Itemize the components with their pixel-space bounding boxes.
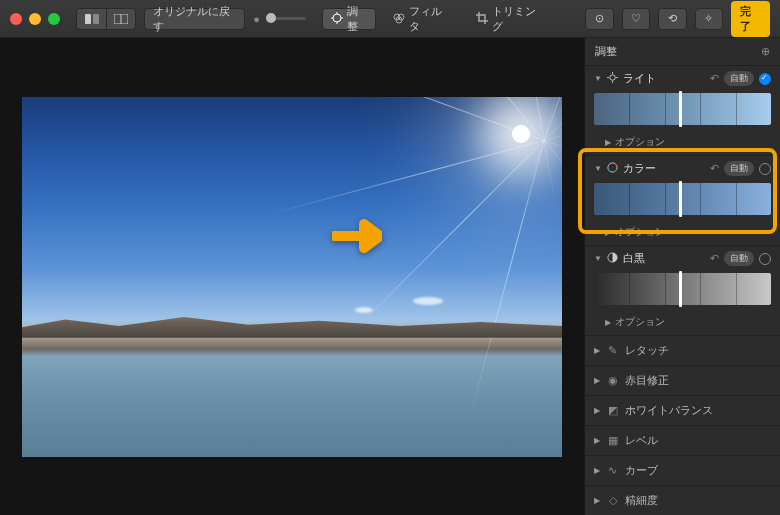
disclosure-triangle-icon: ▼	[594, 164, 602, 173]
sun-icon	[607, 72, 618, 85]
photo-preview[interactable]	[22, 97, 562, 457]
bw-strip-slider[interactable]	[594, 273, 771, 305]
light-strip-slider[interactable]	[594, 93, 771, 125]
svg-point-4	[333, 14, 341, 22]
eye-icon: ◉	[606, 374, 619, 387]
panel-color-toggle[interactable]	[759, 163, 771, 175]
adjust-icon	[331, 12, 343, 26]
close-window[interactable]	[10, 13, 22, 25]
panel-bw-head[interactable]: ▼ 白黒 ↶ 自動	[585, 246, 780, 271]
filter-tab[interactable]: フィルタ	[384, 8, 459, 30]
auto-button-color[interactable]: 自動	[724, 161, 754, 176]
heart-icon: ♡	[631, 12, 641, 25]
disclosure-triangle-icon: ▶	[605, 318, 611, 327]
redeye-label: 赤目修正	[625, 373, 669, 388]
disclosure-triangle-icon: ▶	[594, 436, 600, 445]
bw-icon	[607, 252, 618, 265]
panel-bw-label: 白黒	[623, 251, 705, 266]
wand-icon: ✧	[704, 12, 713, 25]
crop-icon	[476, 12, 488, 26]
color-options-label: オプション	[615, 225, 665, 239]
bw-options-label: オプション	[615, 315, 665, 329]
svg-rect-1	[93, 14, 99, 24]
auto-button-light[interactable]: 自動	[724, 71, 754, 86]
add-adjustment-icon[interactable]: ⊕	[761, 45, 770, 58]
definition-label: 精細度	[625, 493, 658, 508]
more-button[interactable]: ⊙	[585, 8, 614, 30]
adjust-tab[interactable]: 調整	[322, 8, 376, 30]
canvas	[0, 38, 584, 515]
panel-light-toggle[interactable]	[759, 73, 771, 85]
auto-enhance-button[interactable]: ✧	[695, 8, 724, 30]
wb-icon: ◩	[606, 404, 619, 417]
crop-label: トリミング	[492, 4, 543, 34]
minimize-window[interactable]	[29, 13, 41, 25]
svg-rect-0	[85, 14, 91, 24]
undo-icon[interactable]: ↶	[710, 162, 719, 175]
color-options-row[interactable]: ▶ オプション	[585, 221, 780, 245]
revert-original-button[interactable]: オリジナルに戻す	[144, 8, 245, 30]
row-levels[interactable]: ▶ ▦ レベル	[585, 426, 780, 456]
rotate-icon: ⟲	[668, 12, 677, 25]
disclosure-triangle-icon: ▶	[594, 346, 600, 355]
svg-point-12	[610, 75, 616, 81]
bw-options-row[interactable]: ▶ オプション	[585, 311, 780, 335]
disclosure-triangle-icon: ▶	[605, 138, 611, 147]
adjust-label: 調整	[347, 4, 367, 34]
row-definition[interactable]: ▶ ◇ 精細度	[585, 486, 780, 515]
sidebar-title: 調整	[595, 44, 617, 59]
undo-icon[interactable]: ↶	[710, 72, 719, 85]
callout-arrow	[332, 218, 382, 256]
disclosure-triangle-icon: ▼	[594, 74, 602, 83]
row-redeye[interactable]: ▶ ◉ 赤目修正	[585, 366, 780, 396]
retouch-label: レタッチ	[625, 343, 669, 358]
row-curves[interactable]: ▶ ∿ カーブ	[585, 456, 780, 486]
filter-label: フィルタ	[409, 4, 450, 34]
panel-light-label: ライト	[623, 71, 705, 86]
light-options-label: オプション	[615, 135, 665, 149]
done-button[interactable]: 完了	[731, 1, 770, 37]
curves-icon: ∿	[606, 464, 619, 477]
disclosure-triangle-icon: ▶	[594, 496, 600, 505]
panel-color-label: カラー	[623, 161, 705, 176]
color-wheel-icon	[607, 162, 618, 175]
disclosure-triangle-icon: ▶	[605, 228, 611, 237]
disclosure-triangle-icon: ▶	[594, 466, 600, 475]
definition-icon: ◇	[606, 494, 619, 507]
favorite-button[interactable]: ♡	[622, 8, 651, 30]
undo-icon[interactable]: ↶	[710, 252, 719, 265]
disclosure-triangle-icon: ▼	[594, 254, 602, 263]
adjust-sidebar: 調整 ⊕ ▼ ライト ↶ 自動 ▶ オプション	[584, 38, 780, 515]
crop-tab[interactable]: トリミング	[467, 8, 552, 30]
panel-color-head[interactable]: ▼ カラー ↶ 自動	[585, 156, 780, 181]
filter-icon	[393, 12, 405, 26]
split-view-button[interactable]	[106, 8, 136, 30]
zoom-out-icon: ●	[253, 13, 260, 25]
bandage-icon: ✎	[606, 344, 619, 357]
auto-button-bw[interactable]: 自動	[724, 251, 754, 266]
ellipsis-icon: ⊙	[595, 12, 604, 25]
view-segment	[76, 8, 136, 30]
panel-light-head[interactable]: ▼ ライト ↶ 自動	[585, 66, 780, 91]
sidebar-header: 調整 ⊕	[585, 38, 780, 66]
whitebalance-label: ホワイトバランス	[625, 403, 713, 418]
rotate-button[interactable]: ⟲	[658, 8, 687, 30]
panel-bw-toggle[interactable]	[759, 253, 771, 265]
window-controls	[10, 13, 60, 25]
row-retouch[interactable]: ▶ ✎ レタッチ	[585, 336, 780, 366]
thumbnail-view-button[interactable]	[76, 8, 106, 30]
curves-label: カーブ	[625, 463, 658, 478]
fullscreen-window[interactable]	[48, 13, 60, 25]
light-options-row[interactable]: ▶ オプション	[585, 131, 780, 155]
color-strip-slider[interactable]	[594, 183, 771, 215]
toolbar: オリジナルに戻す ● 調整 フィルタ トリミング ⊙ ♡ ⟲ ✧ 完了	[0, 0, 780, 38]
panel-color: ▼ カラー ↶ 自動 ▶ オプション	[585, 156, 780, 246]
panel-bw: ▼ 白黒 ↶ 自動 ▶ オプション	[585, 246, 780, 336]
panel-light: ▼ ライト ↶ 自動 ▶ オプション	[585, 66, 780, 156]
row-whitebalance[interactable]: ▶ ◩ ホワイトバランス	[585, 396, 780, 426]
disclosure-triangle-icon: ▶	[594, 406, 600, 415]
zoom-slider[interactable]: ●	[253, 13, 306, 25]
disclosure-triangle-icon: ▶	[594, 376, 600, 385]
levels-label: レベル	[625, 433, 658, 448]
levels-icon: ▦	[606, 434, 619, 447]
